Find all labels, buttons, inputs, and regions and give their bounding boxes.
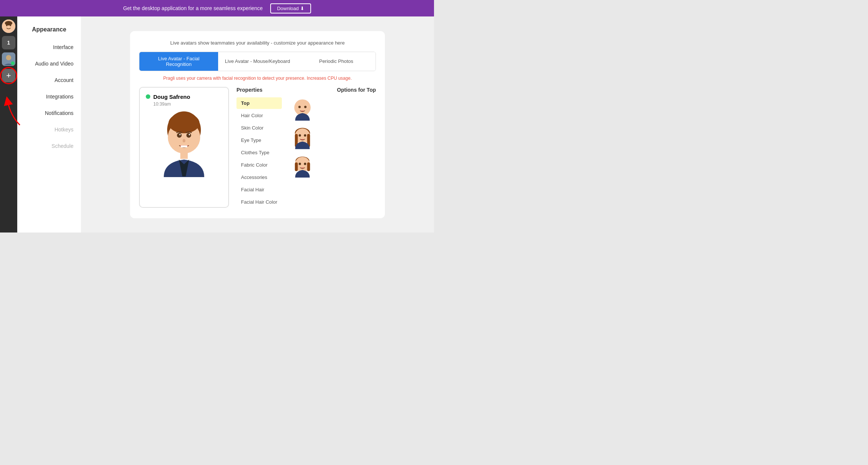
avatar-svg — [2, 19, 15, 33]
prop-facial-hair-color[interactable]: Facial Hair Color — [236, 196, 282, 208]
prop-eye-type[interactable]: Eye Type — [236, 134, 282, 146]
avatar-tabs: Live Avatar - Facial Recognition Live Av… — [139, 52, 376, 71]
option-avatar-longhair[interactable] — [289, 126, 316, 152]
svg-point-8 — [169, 113, 200, 133]
svg-point-13 — [183, 139, 185, 142]
option-avatar-shorthair-female[interactable] — [289, 154, 316, 180]
svg-point-30 — [304, 162, 306, 165]
properties-list: Top Hair Color Skin Color Eye Type Cloth… — [236, 97, 282, 208]
settings-nav: Appearance Live Avatar - Facial Recognit… — [17, 16, 81, 232]
props-options: Top Hair Color Skin Color Eye Type Cloth… — [236, 97, 376, 208]
nav-audio-video[interactable]: Audio and Video — [17, 55, 81, 72]
prop-skin-color[interactable]: Skin Color — [236, 122, 282, 134]
tab-periodic-photos[interactable]: Periodic Photos — [297, 52, 376, 71]
sidebar: 1 + — [0, 16, 17, 232]
avatar-preview-box: Doug Safreno 10:39am — [139, 87, 229, 208]
svg-point-23 — [299, 134, 301, 136]
svg-point-9 — [177, 133, 182, 138]
banner-message: Get the desktop application for a more s… — [123, 5, 263, 11]
svg-point-29 — [299, 162, 301, 165]
nav-notifications[interactable]: Notifications — [17, 105, 81, 121]
svg-rect-14 — [181, 145, 187, 147]
settings-card: Live avatars show teammates your availab… — [130, 31, 385, 218]
user-avatar[interactable] — [2, 19, 15, 33]
options-list — [289, 97, 316, 208]
nav-interface-item[interactable]: Interface — [17, 39, 81, 55]
sidebar-avatar-2[interactable] — [2, 52, 15, 66]
appearance-description: Live avatars show teammates your availab… — [139, 40, 376, 46]
cpu-warning: Pragli uses your camera with facial reco… — [139, 76, 376, 81]
online-indicator — [11, 61, 15, 65]
prop-hair-color[interactable]: Hair Color — [236, 110, 282, 121]
add-btn-container: + — [2, 69, 15, 82]
nav-schedule: Schedule — [17, 138, 81, 154]
top-banner: Get the desktop application for a more s… — [0, 0, 434, 16]
nav-hotkeys: Hotkeys — [17, 121, 81, 138]
svg-point-24 — [304, 134, 306, 136]
add-workspace-button[interactable]: + — [2, 69, 15, 82]
nav-integrations[interactable]: Integrations — [17, 88, 81, 105]
prop-fabric-color[interactable]: Fabric Color — [236, 159, 282, 171]
cpu-warning-highlight: Increases CPU usage. — [307, 76, 352, 81]
svg-point-5 — [6, 55, 11, 60]
download-button[interactable]: Download ⬇ — [270, 3, 311, 13]
svg-rect-3 — [5, 21, 12, 25]
user-time: 10:39am — [153, 101, 171, 107]
svg-point-12 — [189, 134, 190, 135]
svg-rect-28 — [307, 162, 310, 171]
properties-title: Properties — [236, 87, 262, 93]
user-info: Doug Safreno — [146, 94, 190, 100]
prop-top[interactable]: Top — [236, 97, 282, 109]
user-name: Doug Safreno — [153, 94, 190, 100]
svg-point-11 — [179, 134, 181, 135]
content-area: Live avatars show teammates your availab… — [81, 16, 434, 232]
user-online-dot — [146, 94, 150, 99]
svg-rect-27 — [295, 162, 298, 171]
options-title: Options for Top — [337, 87, 376, 93]
main-layout: 1 + Appearance Live Avatar - — [0, 16, 434, 232]
sidebar-icon-1[interactable]: 1 — [2, 36, 15, 49]
properties-panel: Properties Options for Top Top Hair Colo… — [236, 87, 376, 208]
prop-facial-hair[interactable]: Facial Hair — [236, 184, 282, 195]
tab-mouse-keyboard[interactable]: Live Avatar - Mouse/Keyboard — [218, 52, 297, 71]
prop-accessories[interactable]: Accessories — [236, 171, 282, 183]
props-header: Properties Options for Top — [236, 87, 376, 93]
svg-rect-15 — [180, 152, 188, 159]
svg-point-10 — [186, 133, 191, 138]
avatar-section: Doug Safreno 10:39am — [139, 87, 376, 208]
svg-point-17 — [298, 106, 301, 108]
prop-clothes-type[interactable]: Clothes Type — [236, 147, 282, 158]
tab-facial-recognition[interactable]: Live Avatar - Facial Recognition — [139, 52, 218, 71]
svg-point-18 — [304, 106, 306, 108]
nav-account[interactable]: Account — [17, 72, 81, 88]
option-avatar-bald[interactable] — [289, 97, 316, 124]
main-avatar-svg — [150, 110, 218, 177]
nav-header: Appearance — [17, 20, 81, 39]
